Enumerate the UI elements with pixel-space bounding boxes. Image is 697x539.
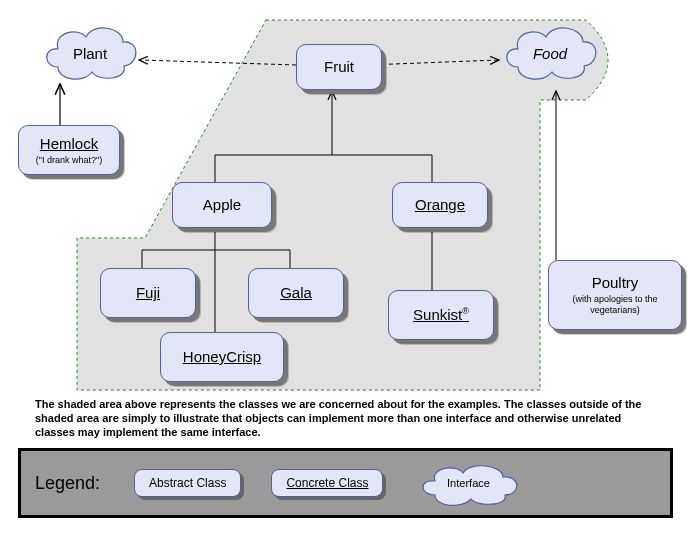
class-fuji: Fuji xyxy=(100,268,196,318)
class-hemlock: Hemlock ("I drank what?") xyxy=(18,125,120,175)
class-orange: Orange xyxy=(392,182,488,228)
orange-label: Orange xyxy=(415,196,465,214)
interface-plant: Plant xyxy=(38,22,142,84)
gala-label: Gala xyxy=(280,284,312,302)
legend-concrete: Concrete Class xyxy=(271,469,383,497)
legend-interface-label: Interface xyxy=(447,477,490,489)
sunkist-label: Sunkist xyxy=(413,306,462,323)
class-poultry: Poultry (with apologies to the vegetaria… xyxy=(548,260,682,330)
hemlock-label: Hemlock xyxy=(40,135,98,153)
class-fruit: Fruit xyxy=(296,44,382,90)
legend-title: Legend: xyxy=(35,473,100,494)
fuji-label: Fuji xyxy=(136,284,160,302)
fruit-label: Fruit xyxy=(324,58,354,76)
legend-abstract: Abstract Class xyxy=(134,469,241,497)
sunkist-suffix: ® xyxy=(462,306,469,316)
interface-food: Food xyxy=(498,22,602,84)
class-sunkist: Sunkist® xyxy=(388,290,494,340)
class-honeycrisp: HoneyCrisp xyxy=(160,332,284,382)
poultry-subtitle: (with apologies to the vegetarians) xyxy=(555,294,675,316)
legend-interface: Interface xyxy=(413,461,523,506)
poultry-label: Poultry xyxy=(592,274,639,292)
hemlock-subtitle: ("I drank what?") xyxy=(36,155,102,166)
legend: Legend: Abstract Class Concrete Class In… xyxy=(18,448,673,518)
honeycrisp-label: HoneyCrisp xyxy=(183,348,261,366)
plant-label: Plant xyxy=(73,45,107,62)
apple-label: Apple xyxy=(203,196,241,214)
class-gala: Gala xyxy=(248,268,344,318)
diagram-caption: The shaded area above represents the cla… xyxy=(35,398,655,439)
sunkist-wrap: Sunkist® xyxy=(413,306,469,324)
class-apple: Apple xyxy=(172,182,272,228)
food-label: Food xyxy=(533,45,567,62)
